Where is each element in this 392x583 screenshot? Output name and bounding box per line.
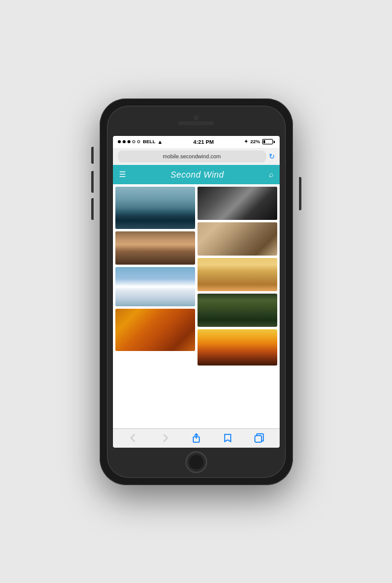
photo-clouds[interactable] — [115, 267, 195, 306]
wifi-icon: ▲ — [157, 139, 162, 145]
photo-leaves[interactable] — [115, 309, 195, 351]
tabs-button[interactable] — [252, 431, 266, 445]
photo-col-left — [115, 187, 195, 426]
home-button[interactable] — [185, 451, 207, 473]
photo-forest[interactable] — [115, 187, 195, 229]
forward-button[interactable] — [158, 431, 172, 445]
phone-inner: BELL ▲ 4:21 PM ✦ 22% — [107, 106, 286, 478]
reload-button[interactable]: ↻ — [269, 152, 275, 161]
front-camera — [194, 115, 199, 120]
battery-icon — [262, 139, 275, 144]
bookmarks-button[interactable] — [220, 431, 235, 445]
back-button[interactable] — [126, 431, 141, 445]
signal-dot-3 — [127, 140, 130, 143]
home-button-inner — [189, 455, 204, 469]
photo-desert[interactable] — [198, 258, 277, 291]
status-right: ✦ 22% — [244, 139, 274, 144]
app-header: ☰ Second Wind ⌕ — [113, 165, 280, 184]
photo-vintage-man[interactable] — [198, 222, 277, 256]
safari-toolbar — [113, 428, 280, 448]
photo-grid — [113, 184, 280, 428]
battery-percent: 22% — [250, 139, 260, 144]
address-bar: mobile.secondwind.com ↻ — [113, 148, 280, 165]
signal-dot-2 — [123, 140, 126, 143]
bottom-bezel — [107, 448, 286, 478]
phone-screen: BELL ▲ 4:21 PM ✦ 22% — [113, 136, 280, 448]
signal-dot-4 — [132, 140, 135, 143]
volume-up-button[interactable] — [91, 171, 94, 193]
status-time: 4:21 PM — [193, 139, 214, 145]
status-left: BELL ▲ — [118, 139, 163, 145]
signal-dot-1 — [118, 140, 121, 143]
bluetooth-icon: ✦ — [244, 139, 248, 144]
search-icon[interactable]: ⌕ — [269, 170, 274, 179]
url-field[interactable]: mobile.secondwind.com — [118, 150, 266, 163]
status-bar: BELL ▲ 4:21 PM ✦ 22% — [113, 136, 280, 148]
svg-rect-2 — [255, 436, 262, 442]
mute-button[interactable] — [91, 147, 94, 164]
photo-sunset[interactable] — [198, 329, 277, 366]
photo-col-right — [198, 187, 277, 426]
url-text: mobile.secondwind.com — [162, 153, 220, 159]
power-button[interactable] — [299, 177, 301, 210]
photo-man-bw[interactable] — [198, 187, 277, 220]
phone-device: BELL ▲ 4:21 PM ✦ 22% — [100, 98, 293, 485]
volume-down-button[interactable] — [91, 198, 94, 220]
photo-forest2[interactable] — [198, 294, 277, 327]
menu-icon[interactable]: ☰ — [119, 170, 126, 178]
carrier-label: BELL — [143, 139, 156, 144]
share-button[interactable] — [189, 431, 204, 445]
speaker — [178, 121, 214, 125]
app-title: Second Wind — [170, 170, 224, 179]
photo-river-swim[interactable] — [115, 231, 195, 265]
top-bezel — [107, 106, 286, 136]
signal-dot-5 — [137, 140, 140, 143]
